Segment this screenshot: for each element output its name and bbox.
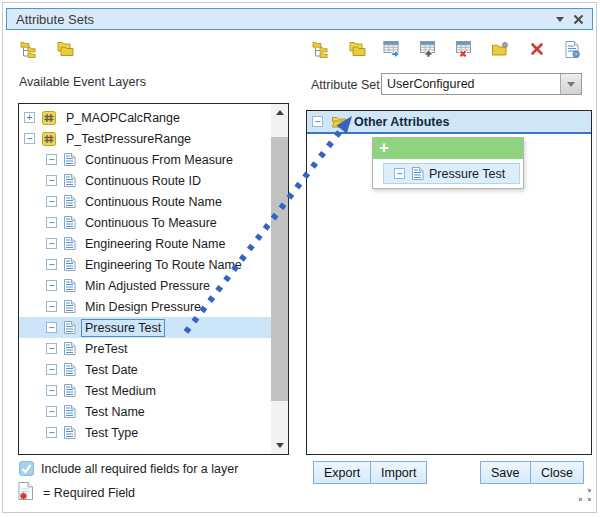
expand-toggle-icon[interactable]: −	[46, 385, 57, 396]
scrollbar-thumb[interactable]	[271, 137, 288, 401]
combobox-dropdown-button[interactable]	[560, 74, 581, 94]
attribute-sets-dialog: Attribute Sets	[2, 2, 597, 513]
tree-item[interactable]: − Test Type	[19, 422, 271, 443]
field-document-icon	[63, 362, 76, 377]
triangle-up-icon	[276, 110, 284, 115]
expand-toggle-icon[interactable]: −	[46, 238, 57, 249]
collapse-dialog-icon[interactable]	[556, 17, 564, 22]
field-document-icon	[63, 341, 76, 356]
open-folders-icon[interactable]	[345, 37, 368, 61]
tree-item-label: Continuous Route ID	[81, 172, 205, 190]
tree-item[interactable]: − Continuous To Measure	[19, 212, 271, 233]
tree-item[interactable]: − Min Design Pressure	[19, 296, 271, 317]
tree-item[interactable]: − Min Adjusted Pressure	[19, 275, 271, 296]
expand-toggle-icon[interactable]: −	[46, 364, 57, 375]
tree-item-label: Engineering Route Name	[81, 235, 229, 253]
close-icon[interactable]	[573, 14, 584, 25]
expand-toggle-icon[interactable]: −	[46, 322, 57, 333]
resize-grip[interactable]	[577, 487, 592, 506]
tree-item[interactable]: + P_MAOPCalcRange	[19, 107, 271, 128]
open-folder-icon	[331, 115, 349, 129]
import-button[interactable]: Import	[370, 461, 427, 484]
scroll-up-button[interactable]	[271, 104, 288, 121]
report-settings-icon[interactable]	[561, 37, 584, 61]
expand-toggle-icon[interactable]: −	[46, 280, 57, 291]
scroll-down-button[interactable]	[271, 437, 288, 454]
toolbar-left	[17, 37, 76, 61]
expand-toggle-icon[interactable]: −	[46, 154, 57, 165]
other-attributes-node[interactable]: − Other Attributes	[307, 111, 591, 134]
open-folders-icon[interactable]	[53, 37, 76, 61]
event-layer-icon	[41, 131, 57, 147]
table-remove-icon[interactable]	[453, 37, 476, 61]
tree-item[interactable]: − Test Medium	[19, 380, 271, 401]
expand-toggle-icon[interactable]: −	[46, 406, 57, 417]
tree-item-label: P_MAOPCalcRange	[62, 109, 184, 127]
attribute-set-combobox[interactable]: UserConfigured	[381, 73, 582, 95]
field-document-icon	[63, 173, 76, 188]
field-document-icon	[63, 425, 76, 440]
tree-item[interactable]: − PreTest	[19, 338, 271, 359]
attribute-set-panel: − Other Attributes + − Pressure Test	[306, 110, 592, 455]
table-add-icon[interactable]	[417, 37, 440, 61]
available-event-layers-heading: Available Event Layers	[19, 75, 146, 89]
plus-icon: +	[379, 138, 389, 157]
field-document-icon	[63, 320, 76, 335]
tree-item-label: Continuous Route Name	[81, 193, 226, 211]
tree-item[interactable]: − Continuous From Measure	[19, 149, 271, 170]
expand-toggle-icon[interactable]: +	[24, 112, 35, 123]
attribute-tree-icon[interactable]	[17, 37, 40, 61]
dragged-item: − Pressure Test	[383, 163, 520, 184]
field-document-icon	[63, 383, 76, 398]
field-document-icon	[63, 152, 76, 167]
expand-toggle-icon[interactable]: −	[46, 196, 57, 207]
tree-item[interactable]: − P_TestPressureRange	[19, 128, 271, 149]
field-document-icon	[63, 278, 76, 293]
expand-toggle-icon[interactable]: −	[46, 175, 57, 186]
save-button[interactable]: Save	[480, 461, 531, 484]
export-button[interactable]: Export	[313, 461, 371, 484]
attribute-tree-icon[interactable]	[309, 37, 332, 61]
expand-toggle-icon: −	[394, 168, 405, 179]
tree-item-label: Test Date	[81, 361, 142, 379]
tree-item[interactable]: − Test Name	[19, 401, 271, 422]
tree-item-label: Min Design Pressure	[81, 298, 205, 316]
folder-settings-icon[interactable]	[489, 37, 512, 61]
table-export-icon[interactable]	[381, 37, 404, 61]
tree-item-label: Pressure Test	[81, 319, 165, 337]
checkmark-icon	[20, 462, 33, 475]
other-attributes-label: Other Attributes	[354, 115, 449, 129]
tree-item-label: Continuous From Measure	[81, 151, 237, 169]
tree-item[interactable]: − Pressure Test	[19, 317, 271, 338]
available-layers-tree-rows: + P_MAOPCalcRange − P_TestPressureRange …	[19, 107, 271, 443]
expand-toggle-icon[interactable]: −	[46, 217, 57, 228]
tree-item[interactable]: − Continuous Route ID	[19, 170, 271, 191]
dialog-title: Attribute Sets	[7, 12, 94, 27]
drop-add-indicator: +	[373, 138, 523, 159]
expand-toggle-icon[interactable]: −	[46, 259, 57, 270]
tree-item[interactable]: − Engineering Route Name	[19, 233, 271, 254]
tree-item-label: Engineering To Route Name	[81, 256, 246, 274]
tree-scrollbar[interactable]	[271, 104, 288, 454]
expand-toggle-icon[interactable]: −	[46, 343, 57, 354]
tree-item-label: Min Adjusted Pressure	[81, 277, 214, 295]
field-document-icon	[63, 257, 76, 272]
expand-toggle-icon[interactable]: −	[46, 427, 57, 438]
tree-item[interactable]: − Test Date	[19, 359, 271, 380]
tree-item[interactable]: − Engineering To Route Name	[19, 254, 271, 275]
dialog-titlebar[interactable]: Attribute Sets	[6, 8, 593, 30]
tree-item-label: Test Type	[81, 424, 142, 442]
attribute-set-label: Attribute Set:	[311, 78, 383, 92]
expand-toggle-icon[interactable]: −	[24, 133, 35, 144]
include-required-fields-checkbox[interactable]	[19, 461, 34, 476]
field-document-icon	[411, 166, 424, 181]
field-document-icon	[63, 236, 76, 251]
tree-item-label: Continuous To Measure	[81, 214, 221, 232]
tree-item-label: P_TestPressureRange	[62, 130, 195, 148]
required-field-legend: = Required Field	[43, 486, 135, 500]
delete-icon[interactable]	[525, 37, 548, 61]
expand-toggle-icon[interactable]: −	[312, 116, 323, 127]
expand-toggle-icon[interactable]: −	[46, 301, 57, 312]
tree-item[interactable]: − Continuous Route Name	[19, 191, 271, 212]
close-button[interactable]: Close	[530, 461, 584, 484]
